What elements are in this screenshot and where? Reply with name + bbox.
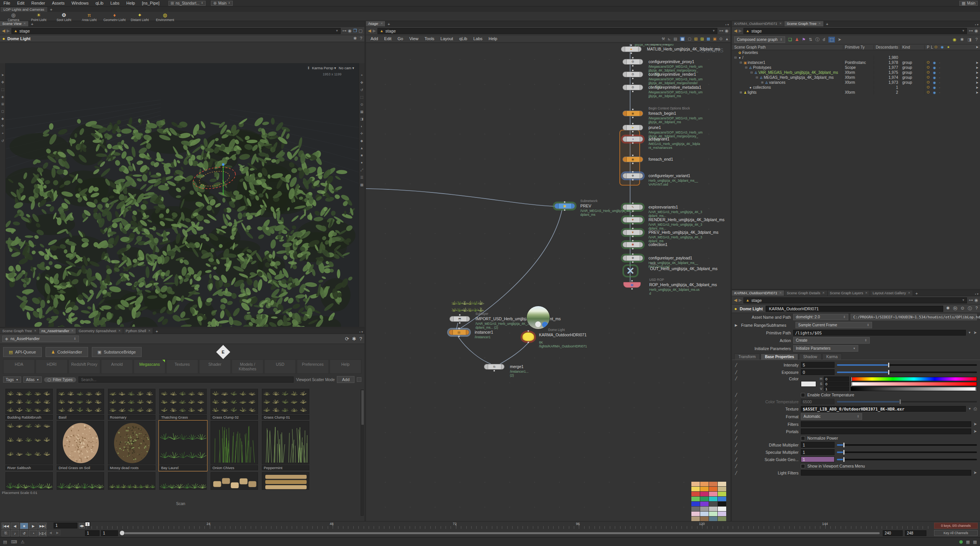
asset-name[interactable]: Thatching Grass	[159, 415, 207, 420]
channel-pen-icon[interactable]: ╱	[733, 436, 739, 440]
hsv-gradient-bar[interactable]	[851, 382, 977, 386]
palette-swatch-4[interactable]	[691, 487, 700, 491]
playback-range-handle[interactable]	[119, 530, 125, 536]
net-menu-view[interactable]: View	[406, 36, 421, 41]
channel-pen-icon[interactable]: ╱	[733, 430, 739, 434]
sgt-column-headers[interactable]: Scene Graph Path Primitive Ty Descendant…	[732, 44, 980, 50]
pane-divider[interactable]	[732, 289, 980, 290]
new-tab-button[interactable]: +	[385, 22, 392, 26]
audio-icon[interactable]: ♪	[11, 530, 19, 536]
channel-pen-icon[interactable]: ╱	[733, 471, 739, 475]
vp-left-tool-5[interactable]: ◻	[1, 109, 4, 113]
gear-icon[interactable]: ✱	[960, 37, 964, 42]
tab-scene-graph-layers[interactable]: Scene Graph Layers✕	[828, 290, 871, 296]
chevron-down-icon[interactable]: ▼	[962, 298, 965, 302]
channel-pen-icon[interactable]: ╱	[733, 464, 739, 468]
close-icon[interactable]: ✕	[148, 329, 151, 332]
eye-icon[interactable]: ◉	[933, 71, 938, 75]
eye-icon[interactable]: ◉	[933, 86, 938, 90]
shelf-tab-lop-lights[interactable]: LOP Lights and Cameras	[0, 7, 48, 12]
param-slider[interactable]	[837, 401, 977, 403]
vp-right-tool-5[interactable]: ▦	[360, 110, 364, 114]
scene-graph-row[interactable]: ⊞ Δ variances Xform 1,973 group ⏻◉-➤	[732, 80, 980, 85]
shelf-add-tab-button[interactable]: +	[48, 7, 55, 12]
palette-swatch-30[interactable]	[709, 517, 717, 521]
param-slider[interactable]	[837, 444, 977, 446]
palette-swatch-3[interactable]	[718, 482, 726, 486]
power-icon[interactable]: ⏻	[927, 70, 931, 75]
scene-graph-row[interactable]: ⊟ Δ VAR_MEGAS_Herb_umjjbjzja_4K_3dplant_…	[732, 70, 980, 75]
asset-thumb-partial[interactable]	[57, 389, 104, 414]
network-canvas[interactable]: Solaris Material Library ● MATLIB_Herb_u…	[366, 44, 730, 521]
gear-icon[interactable]: ✱	[946, 306, 949, 311]
desktop-combo[interactable]: ⊞ ns_Standart... ⇕	[168, 1, 206, 6]
palette-swatch-31[interactable]	[718, 517, 726, 521]
scene-graph-row[interactable]: ✿ Favorites	[732, 50, 980, 55]
gear-icon[interactable]: ✱	[352, 336, 356, 342]
palette-swatch-26[interactable]	[709, 512, 717, 516]
action-combo[interactable]: Create ⇕	[793, 337, 870, 344]
scene-graph-row[interactable]: ⊟ ● / 1,980	[732, 55, 980, 60]
palette-swatch-16[interactable]	[691, 502, 700, 506]
node-body[interactable]: ▦	[623, 282, 641, 288]
parm-path-field[interactable]: ▲ stage ▼	[743, 297, 967, 303]
eye-icon[interactable]: ◉	[933, 76, 938, 80]
slider-handle[interactable]	[888, 370, 890, 375]
channel-pen-icon[interactable]: ╱	[733, 400, 739, 404]
cursor-icon[interactable]: ➤	[973, 422, 977, 427]
vp-right-tool-10[interactable]: ▲	[360, 146, 364, 150]
info-icon[interactable]: ⓘ	[815, 37, 820, 42]
parm-tab-shadow[interactable]: Shadow	[799, 354, 821, 360]
forward-icon[interactable]: ▶	[738, 298, 742, 303]
expand-caret-icon[interactable]: ⊞	[739, 91, 743, 94]
category-hda[interactable]: HDA	[3, 359, 35, 374]
vp-right-tool-11[interactable]: ■	[361, 153, 363, 157]
initialize-parameters-button[interactable]: Initialize Parameters ▼	[793, 345, 858, 352]
grid-view-icon[interactable]: ▦	[680, 37, 685, 41]
select-box-icon[interactable]: ⬚	[828, 37, 835, 42]
tags-combo[interactable]: Tags▼	[3, 376, 21, 383]
scene-graph-row[interactable]: ⊞ ♟ lights Xform 2 ⏻◉-➤	[732, 90, 980, 95]
color-swatch[interactable]	[801, 381, 816, 387]
collapse-arrow-icon[interactable]: ▶	[733, 323, 739, 327]
asset-name[interactable]: Onion Chives	[211, 465, 258, 470]
param-value-field[interactable]: 1	[801, 449, 835, 455]
node-body[interactable]: ▣	[554, 203, 575, 209]
palette-swatch-14[interactable]	[709, 497, 717, 501]
close-icon[interactable]: ✕	[71, 329, 74, 332]
asset-thumb-partial[interactable]	[5, 472, 53, 490]
pause-icon[interactable]: ‖	[308, 66, 309, 70]
timeline-ruler[interactable]: 24487296120144168	[87, 523, 931, 529]
vp-right-tool-4[interactable]: ⊙	[360, 103, 363, 106]
box-icon[interactable]: ▣	[713, 37, 716, 41]
parm-tab-base-properties[interactable]: Base Properties	[761, 354, 798, 360]
channel-pen-icon[interactable]: ╱	[733, 370, 739, 374]
pin-icon[interactable]: ⊶	[342, 28, 346, 33]
asset-thumb[interactable]	[262, 421, 309, 465]
vp-right-tool-3[interactable]: ⬚	[360, 95, 364, 99]
asset-thumb[interactable]	[211, 421, 258, 465]
palette-swatch-2[interactable]	[709, 482, 717, 486]
linked-pane-icon[interactable]: ❐	[353, 28, 357, 33]
asset-thumb[interactable]	[108, 421, 155, 465]
button-substancebridge[interactable]: ▣SubstanceBridge	[92, 347, 142, 357]
main-combo[interactable]: ⊕ Main ⇕	[211, 1, 233, 6]
menu-qlib[interactable]: qLib	[92, 1, 107, 5]
search-icon[interactable]: ⊙	[961, 306, 964, 311]
primitive-path-field[interactable]: /lights/$OS	[793, 330, 966, 336]
play-button[interactable]: ▶	[29, 523, 38, 529]
hsv-value-field[interactable]: 0	[824, 381, 849, 386]
flag-icon[interactable]: ▩	[707, 37, 710, 41]
search-input[interactable]	[78, 376, 294, 383]
channel-pen-icon[interactable]: ╱	[733, 443, 739, 447]
close-icon[interactable]: ✕	[822, 291, 825, 295]
palette-swatch-22[interactable]	[709, 507, 717, 511]
param-combo[interactable]: Automatic⇕	[801, 413, 862, 420]
asset-thumb-partial[interactable]	[211, 389, 258, 414]
vp-left-tool-9[interactable]: ↺	[1, 139, 4, 143]
vp-right-tool-2[interactable]: ↺	[360, 88, 363, 92]
back-icon[interactable]: ◀	[734, 298, 737, 303]
atlas-combo[interactable]: Atlas▼	[23, 376, 42, 383]
forward-icon[interactable]: ▶	[738, 28, 742, 33]
asset-thumb-partial[interactable]	[159, 389, 207, 414]
